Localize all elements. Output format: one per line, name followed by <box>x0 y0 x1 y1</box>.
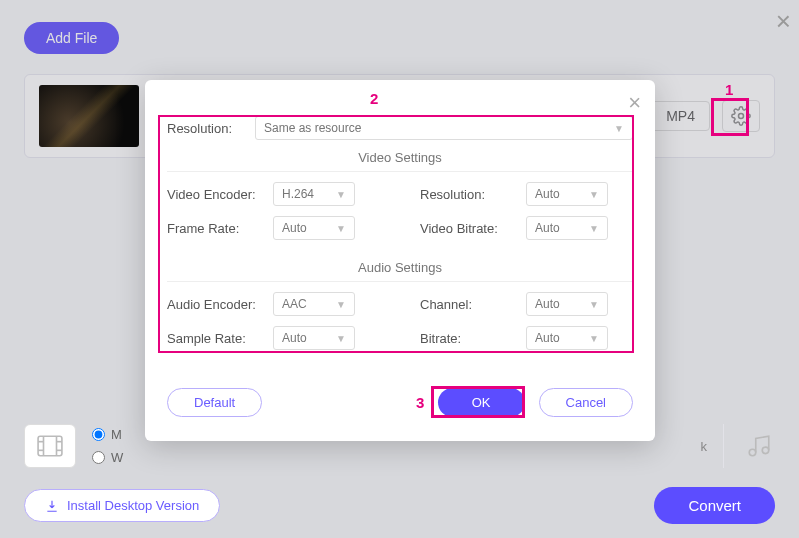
output-radios: M W <box>92 427 123 465</box>
modal-footer: Default OK Cancel <box>167 388 633 417</box>
download-icon <box>45 499 59 513</box>
default-button[interactable]: Default <box>167 388 262 417</box>
svg-point-8 <box>749 449 756 456</box>
video-mode-icon[interactable] <box>24 424 76 468</box>
video-thumbnail[interactable] <box>39 85 139 147</box>
music-icon <box>746 433 772 459</box>
install-desktop-button[interactable]: Install Desktop Version <box>24 489 220 522</box>
truncated-text: k <box>701 439 708 454</box>
svg-point-9 <box>762 447 769 454</box>
annotation-box-1 <box>711 98 749 136</box>
radio-option-1[interactable]: M <box>92 427 123 442</box>
modal-close-icon[interactable]: × <box>628 90 641 116</box>
annotation-box-3 <box>431 386 525 418</box>
annotation-1: 1 <box>725 81 733 98</box>
annotation-2: 2 <box>370 90 378 107</box>
film-icon <box>37 435 63 457</box>
annotation-box-2 <box>158 115 634 353</box>
radio-option-2[interactable]: W <box>92 450 123 465</box>
annotation-3: 3 <box>416 394 424 411</box>
close-icon[interactable]: × <box>776 6 791 37</box>
footer: Install Desktop Version Convert <box>24 487 775 524</box>
convert-button[interactable]: Convert <box>654 487 775 524</box>
audio-mode-icon[interactable] <box>723 424 775 468</box>
cancel-button[interactable]: Cancel <box>539 388 633 417</box>
svg-rect-1 <box>38 436 62 456</box>
